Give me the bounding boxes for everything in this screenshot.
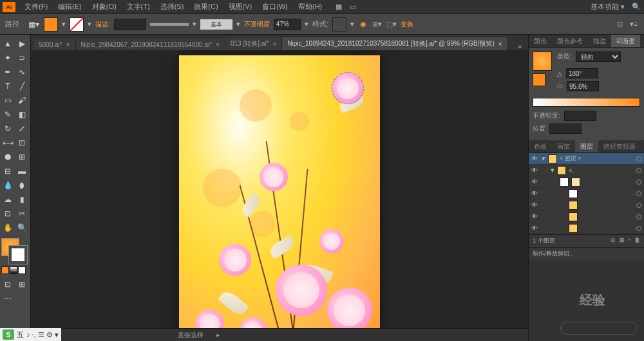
ime-logo-icon[interactable]: S — [3, 329, 14, 340]
panel-tab-brushes[interactable]: 画笔 — [552, 140, 575, 152]
layer-row[interactable]: 👁 — [529, 199, 644, 211]
target-icon[interactable] — [636, 226, 641, 231]
menu-object[interactable]: 对象(O) — [87, 1, 122, 13]
visibility-icon[interactable]: 👁 — [531, 225, 539, 232]
gradient-type-select[interactable]: 径向 — [576, 51, 621, 62]
menu-file[interactable]: 文件(F) — [19, 1, 53, 13]
target-icon[interactable] — [636, 191, 641, 196]
menu-select[interactable]: 选择(S) — [155, 1, 189, 13]
rotate-tool[interactable]: ↻ — [1, 122, 14, 135]
brush-dropdown[interactable]: ▾ — [193, 20, 196, 28]
blend-tool[interactable]: ⬮ — [15, 179, 28, 192]
recolor-icon[interactable]: ◉ — [358, 19, 368, 30]
mesh-tool[interactable]: ⊟ — [1, 165, 14, 178]
symbol-sprayer-tool[interactable]: ☁ — [1, 193, 14, 206]
stroke-indicator[interactable] — [9, 246, 27, 264]
visibility-icon[interactable]: 👁 — [531, 167, 539, 174]
align-icon[interactable]: ⊞▾ — [372, 19, 383, 30]
menu-help[interactable]: 帮助(H) — [293, 1, 327, 13]
panel-tab-pathfinder[interactable]: 路径查找器 — [598, 140, 641, 152]
color-mode-gradient[interactable] — [10, 266, 17, 274]
doc-tab-3[interactable]: Nipic_10894243_20181027103758180081 [转换]… — [282, 37, 507, 50]
opacity-dropdown[interactable]: ▾ — [305, 20, 308, 28]
shape-builder-tool[interactable]: ⬢ — [1, 151, 14, 163]
panel-tab-layers[interactable]: 图层 — [575, 140, 598, 152]
edit-toolbar[interactable]: ⋯ — [1, 292, 14, 305]
scale-tool[interactable]: ⤢ — [15, 122, 28, 135]
menu-window[interactable]: 窗口(W) — [257, 1, 293, 13]
visibility-icon[interactable]: 👁 — [531, 178, 539, 185]
stop-opacity-input[interactable] — [564, 111, 596, 121]
zoom-tool[interactable]: 🔍 — [15, 221, 28, 234]
curvature-tool[interactable]: ∿ — [15, 66, 28, 78]
menu-effect[interactable]: 效果(C) — [189, 1, 223, 13]
direct-selection-tool[interactable]: ▶ — [15, 37, 28, 50]
graphic-style-swatch[interactable] — [332, 17, 346, 32]
panel-tab-swatches[interactable]: 色板 — [529, 140, 552, 152]
gradient-fill-swatch[interactable] — [533, 73, 545, 86]
visibility-icon[interactable]: 👁 — [531, 190, 539, 197]
locate-object-icon[interactable]: ⊙ — [611, 237, 616, 245]
menu-view[interactable]: 视图(V) — [223, 1, 258, 13]
magic-wand-tool[interactable]: ✦ — [1, 51, 14, 64]
width-tool[interactable]: ⟷ — [1, 136, 14, 149]
style-dropdown[interactable]: ▾ — [350, 20, 354, 28]
color-mode-none[interactable] — [18, 266, 26, 274]
visibility-icon[interactable]: 👁 — [531, 213, 539, 220]
tab-overflow-icon[interactable]: » — [514, 42, 526, 50]
workspace-switcher[interactable]: 基本功能 ▾ — [584, 1, 631, 13]
slider-track[interactable] — [560, 322, 638, 335]
line-tool[interactable]: ╱ — [15, 80, 28, 93]
stroke-color-swatch[interactable] — [70, 17, 84, 32]
paintbrush-tool[interactable]: 🖌 — [15, 94, 28, 107]
column-graph-tool[interactable]: ▮ — [15, 193, 28, 206]
eyedropper-tool[interactable]: 💧 — [1, 179, 14, 192]
opacity-label[interactable]: 不透明度 — [244, 20, 270, 29]
expand-icon[interactable]: ▾ — [551, 166, 554, 174]
target-icon[interactable] — [636, 203, 641, 208]
opacity-input[interactable] — [274, 19, 301, 30]
layer-row[interactable]: 👁 — [529, 188, 644, 199]
target-icon[interactable] — [636, 214, 641, 219]
doc-tab-1[interactable]: Nipic_29842067_20190824111818554000.ai*× — [76, 39, 225, 50]
expand-icon[interactable]: ▾ — [542, 154, 545, 163]
type-tool[interactable]: T — [1, 80, 14, 93]
screen-mode-full[interactable]: ⊞ — [15, 278, 28, 291]
screen-mode-normal[interactable]: ⊡ — [1, 278, 14, 291]
ime-mode-label[interactable]: 五 — [17, 330, 24, 340]
perspective-tool[interactable]: ⊞ — [15, 151, 28, 163]
fill-dropdown[interactable]: ▾ — [62, 20, 66, 28]
layer-row-top[interactable]: 👁 ▾ < 图层 > — [529, 153, 644, 165]
close-icon[interactable]: × — [498, 41, 502, 48]
stroke-profile[interactable] — [150, 23, 189, 26]
stroke-dropdown[interactable]: ▾ — [88, 20, 91, 28]
layer-row[interactable]: 👁 — [529, 176, 644, 188]
new-sublayer-icon[interactable]: ⊞ — [620, 237, 625, 245]
brush-def-dropdown[interactable]: ▾ — [236, 20, 240, 28]
brush-definition[interactable]: 基本 — [200, 19, 232, 30]
target-icon[interactable] — [636, 156, 641, 161]
arrange-icon[interactable]: ▭ — [348, 2, 358, 12]
options-icon[interactable]: ▾≡ — [629, 19, 639, 30]
bridge-icon[interactable]: ▦ — [334, 2, 344, 12]
shaper-tool[interactable]: ✎ — [1, 108, 14, 121]
search-icon[interactable]: 🔍 — [631, 2, 641, 12]
menu-edit[interactable]: 编辑(E) — [53, 1, 87, 13]
visibility-icon[interactable]: 👁 — [531, 155, 539, 162]
visibility-icon[interactable]: 👁 — [531, 201, 539, 208]
eraser-tool[interactable]: ◧ — [15, 108, 28, 121]
status-nav-icon[interactable]: ▸ — [216, 331, 220, 338]
panel-tab-gradient[interactable]: ☑渐变 — [611, 35, 640, 47]
isolate-icon[interactable]: ⊡ — [614, 19, 625, 30]
panel-tab-color[interactable]: 颜色 — [529, 35, 552, 47]
lasso-tool[interactable]: ⊃ — [15, 51, 28, 64]
stroke-weight-input[interactable] — [114, 19, 146, 30]
doc-tab-2[interactable]: 013 [转换].ai*× — [225, 37, 282, 50]
gradient-aspect-input[interactable] — [567, 81, 599, 91]
slice-tool[interactable]: ✂ — [15, 207, 28, 220]
gradient-slider[interactable] — [533, 98, 640, 107]
layer-row[interactable]: 👁 ▾ <... — [529, 165, 644, 176]
close-icon[interactable]: × — [66, 41, 70, 48]
gradient-preview-swatch[interactable] — [533, 51, 552, 71]
stop-position-input[interactable] — [549, 124, 582, 134]
